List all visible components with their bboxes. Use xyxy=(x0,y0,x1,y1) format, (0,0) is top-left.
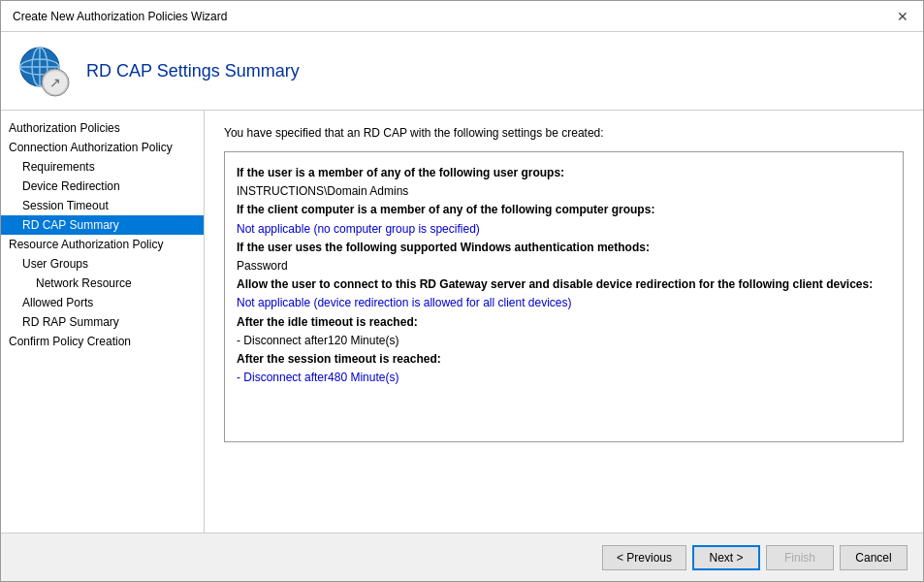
window-title: Create New Authorization Policies Wizard xyxy=(13,10,227,23)
content-area: You have specified that an RD CAP with t… xyxy=(205,111,923,533)
title-bar: Create New Authorization Policies Wizard… xyxy=(1,1,923,32)
summary-line-11: - Disconnect after480 Minute(s) xyxy=(237,369,891,387)
content-description: You have specified that an RD CAP with t… xyxy=(224,126,904,140)
sidebar-item-authorization-policies[interactable]: Authorization Policies xyxy=(1,118,204,138)
summary-line-9: - Disconnect after120 Minute(s) xyxy=(237,332,891,350)
sidebar: Authorization Policies Connection Author… xyxy=(1,111,205,533)
summary-line-6: Allow the user to connect to this RD Gat… xyxy=(237,275,891,294)
svg-text:↗: ↗ xyxy=(49,75,61,90)
sidebar-item-confirm-policy-creation[interactable]: Confirm Policy Creation xyxy=(1,332,204,351)
summary-line-8: After the idle timeout is reached: xyxy=(237,313,891,332)
sidebar-item-rd-rap-summary[interactable]: RD RAP Summary xyxy=(1,312,204,332)
cancel-button[interactable]: Cancel xyxy=(840,545,908,570)
footer: < Previous Next > Finish Cancel xyxy=(1,533,923,581)
sidebar-item-connection-authorization-policy[interactable]: Connection Authorization Policy xyxy=(1,138,204,157)
sidebar-item-network-resource[interactable]: Network Resource xyxy=(1,274,204,293)
wizard-icon: ↗ xyxy=(16,44,71,98)
finish-button[interactable]: Finish xyxy=(766,545,834,570)
next-button[interactable]: Next > xyxy=(692,545,760,570)
summary-line-10: After the session timeout is reached: xyxy=(237,350,891,369)
summary-box: If the user is a member of any of the fo… xyxy=(224,151,904,442)
sidebar-item-session-timeout[interactable]: Session Timeout xyxy=(1,196,204,215)
main-content: Authorization Policies Connection Author… xyxy=(1,111,923,533)
sidebar-item-allowed-ports[interactable]: Allowed Ports xyxy=(1,293,204,312)
summary-line-0: If the user is a member of any of the fo… xyxy=(237,164,891,182)
summary-line-4: If the user uses the following supported… xyxy=(237,239,891,257)
close-button[interactable]: ✕ xyxy=(894,8,911,25)
summary-line-1: INSTRUCTIONS\Domain Admins xyxy=(237,182,891,201)
sidebar-item-rd-cap-summary[interactable]: RD CAP Summary xyxy=(1,215,204,235)
summary-line-5: Password xyxy=(237,257,891,275)
wizard-window: Create New Authorization Policies Wizard… xyxy=(0,0,924,582)
header-area: ↗ RD CAP Settings Summary xyxy=(1,32,923,111)
summary-line-3: Not applicable (no computer group is spe… xyxy=(237,220,891,239)
sidebar-item-user-groups[interactable]: User Groups xyxy=(1,254,204,274)
sidebar-item-device-redirection[interactable]: Device Redirection xyxy=(1,177,204,196)
sidebar-item-resource-authorization-policy[interactable]: Resource Authorization Policy xyxy=(1,235,204,254)
sidebar-item-requirements[interactable]: Requirements xyxy=(1,157,204,177)
summary-line-2: If the client computer is a member of an… xyxy=(237,201,891,219)
page-title: RD CAP Settings Summary xyxy=(86,61,300,81)
previous-button[interactable]: < Previous xyxy=(602,545,686,570)
summary-line-7: Not applicable (device redirection is al… xyxy=(237,294,891,312)
